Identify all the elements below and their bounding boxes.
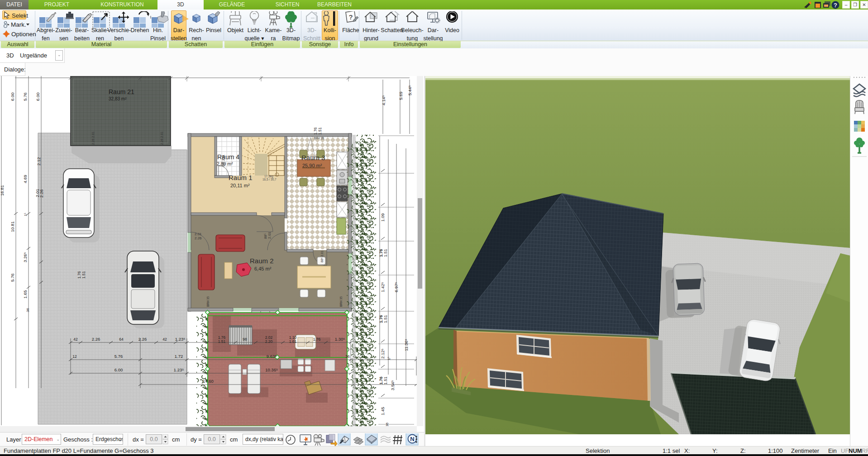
svg-text:5.76: 5.76 (10, 274, 15, 282)
svg-text:2.26 2.01: 2.26 2.01 (91, 132, 95, 145)
svg-text:BRH 35: BRH 35 (314, 137, 324, 140)
svg-text:1.09: 1.09 (380, 214, 385, 222)
svg-text:17.60: 17.60 (203, 379, 214, 384)
svg-text:6.00: 6.00 (114, 367, 123, 372)
svg-text:?: ? (834, 2, 837, 9)
svg-text:1.76: 1.76 (313, 127, 318, 135)
svg-text:36: 36 (345, 354, 350, 359)
svg-text:1.51: 1.51 (383, 315, 388, 323)
svg-text:Optionen: Optionen (11, 31, 36, 38)
svg-text:42: 42 (162, 337, 167, 342)
svg-text:6.00: 6.00 (10, 93, 15, 101)
svg-text:1.76: 1.76 (379, 249, 383, 257)
svg-text:11.36⁵: 11.36⁵ (404, 339, 409, 351)
svg-text:5.76: 5.76 (23, 93, 28, 101)
svg-text:2.26: 2.26 (92, 337, 100, 342)
svg-text:2.26: 2.26 (39, 190, 44, 198)
svg-text:64: 64 (119, 337, 124, 342)
svg-text:1.30⁵: 1.30⁵ (335, 337, 345, 342)
svg-text:3.26⁵: 3.26⁵ (23, 252, 28, 262)
svg-text:2.26: 2.26 (138, 337, 147, 342)
svg-text:Raum 21: Raum 21 (109, 88, 134, 95)
svg-text:1.61: 1.61 (289, 339, 297, 344)
svg-text:98: 98 (243, 337, 247, 342)
svg-text:2.01: 2.01 (267, 232, 272, 239)
svg-text:2.20: 2.20 (265, 339, 273, 344)
svg-text:36: 36 (26, 308, 30, 312)
svg-text:1.51: 1.51 (218, 339, 226, 344)
svg-text:88⁵: 88⁵ (263, 233, 267, 239)
svg-text:1.76: 1.76 (379, 315, 383, 323)
svg-text:20,11 m²: 20,11 m² (230, 183, 250, 188)
svg-text:1⁵: 1⁵ (24, 213, 28, 216)
svg-text:BRH 35: BRH 35 (339, 296, 343, 307)
svg-text:Raum 1: Raum 1 (229, 174, 253, 181)
svg-text:10.81: 10.81 (10, 221, 15, 232)
svg-text:16,5 / 30,7: 16,5 / 30,7 (262, 178, 277, 181)
svg-text:1.76: 1.76 (313, 337, 321, 342)
svg-text:12: 12 (72, 354, 77, 359)
svg-text:1.42⁵: 1.42⁵ (380, 282, 385, 292)
svg-text:4.14⁵: 4.14⁵ (381, 95, 386, 105)
svg-text:32,83 m²: 32,83 m² (109, 96, 127, 101)
svg-text:1.76: 1.76 (77, 271, 81, 279)
svg-text:Raum 3: Raum 3 (301, 154, 325, 162)
svg-text:2.01: 2.01 (195, 232, 202, 236)
svg-text:1.51: 1.51 (81, 271, 86, 279)
svg-text:4.69: 4.69 (23, 175, 28, 184)
svg-text:88⁵ 2.01: 88⁵ 2.01 (222, 155, 225, 166)
svg-text:1.72: 1.72 (175, 354, 183, 359)
svg-text:5.44⁵: 5.44⁵ (407, 86, 412, 95)
svg-text:1.45: 1.45 (380, 407, 385, 416)
svg-text:BRH 35: BRH 35 (206, 296, 210, 307)
svg-text:2.12⁵: 2.12⁵ (380, 349, 385, 359)
svg-text:1.51: 1.51 (318, 127, 322, 135)
svg-text:6.00: 6.00 (35, 93, 40, 101)
svg-text:42: 42 (73, 337, 78, 342)
svg-text:1.65: 1.65 (23, 290, 28, 299)
svg-text:6.97⁵: 6.97⁵ (394, 282, 399, 292)
svg-text:88⁵ 2.01: 88⁵ 2.01 (320, 251, 324, 262)
svg-text:N: N (410, 436, 414, 442)
svg-text:2,89 m²: 2,89 m² (217, 161, 233, 166)
svg-text:25,90 m²: 25,90 m² (302, 163, 322, 168)
svg-text:3.54⁵: 3.54⁵ (390, 380, 395, 390)
svg-text:1.51: 1.51 (383, 249, 388, 257)
svg-text:1.51: 1.51 (383, 376, 388, 385)
svg-text:2.26: 2.26 (195, 236, 202, 240)
svg-text:1.76: 1.76 (379, 376, 383, 385)
svg-text:5.69: 5.69 (398, 92, 403, 100)
svg-text:16.81: 16.81 (0, 185, 5, 196)
svg-text:10.36⁵: 10.36⁵ (265, 367, 278, 372)
svg-text:6,45 m²: 6,45 m² (254, 266, 272, 271)
svg-text:9.63⁵: 9.63⁵ (267, 354, 277, 359)
svg-text:Raum 4: Raum 4 (217, 153, 239, 161)
svg-text:5.76: 5.76 (114, 354, 123, 359)
svg-text:36: 36 (385, 423, 389, 427)
svg-text:1⁵: 1⁵ (387, 356, 391, 360)
svg-text:1.23⁵: 1.23⁵ (175, 337, 185, 342)
svg-text:2.12: 2.12 (36, 157, 41, 166)
svg-text:2.26 2.01: 2.26 2.01 (160, 132, 163, 145)
svg-text:1.23⁵: 1.23⁵ (174, 367, 184, 372)
svg-text:Raum 2: Raum 2 (250, 257, 274, 265)
